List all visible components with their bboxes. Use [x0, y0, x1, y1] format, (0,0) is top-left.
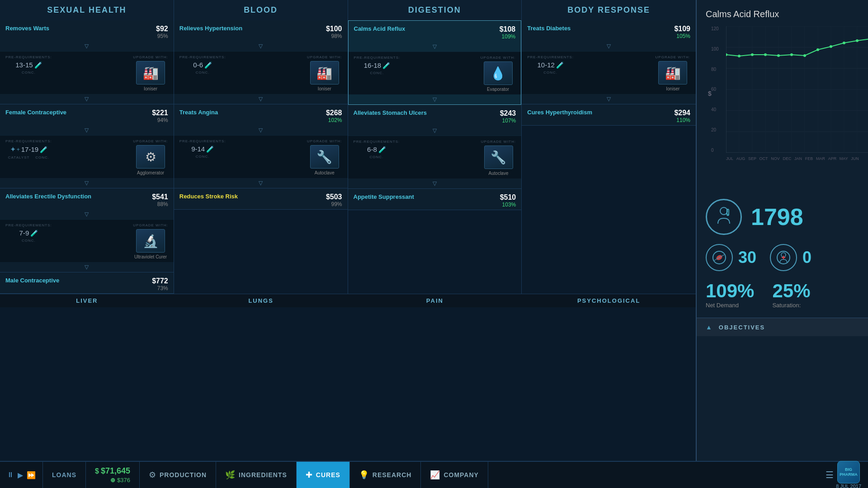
- cure-price-block: $92 95%: [156, 25, 168, 39]
- cure-relieves-hypertension[interactable]: Relieves Hypertension $100 98% ▽ PRE-REQ…: [174, 20, 348, 104]
- chart-area: Calms Acid Reflux $ 120 100 80 60 40 20 …: [697, 0, 868, 190]
- tab-company[interactable]: 📈 COMPANY: [421, 462, 488, 488]
- req-col-upgrade: UPGRADE WITH: 🏭 Ioniser: [133, 55, 168, 91]
- cure-calms-acid-reflux[interactable]: Calms Acid Reflux $108 109% ▽ PRE-REQUIR…: [348, 20, 522, 105]
- machine-box: ⚙: [136, 145, 165, 169]
- machine-name: Agglomerator: [137, 170, 164, 175]
- cure-name: Female Contraceptive: [5, 109, 66, 116]
- cure-percent: 107%: [500, 117, 516, 124]
- svg-point-29: [856, 39, 859, 42]
- cure-stomach-ulcers[interactable]: Alleviates Stomach Ulcers $243 107% ▽ PR…: [348, 105, 522, 189]
- cure-percent: 109%: [500, 33, 516, 40]
- patient-icon-circle: [706, 199, 742, 235]
- svg-point-24: [790, 53, 793, 56]
- req-value: 6-8 🧪: [367, 145, 386, 153]
- conc-label: CONC.: [22, 239, 36, 243]
- cure-treats-diabetes[interactable]: Treats Diabetes $109 105% ▽ PRE-REQUIREM…: [522, 20, 696, 104]
- net-demand-stat: 109% Net Demand: [706, 280, 754, 309]
- cure-percent: 103%: [500, 202, 516, 208]
- fast-forward-button[interactable]: ⏩: [27, 471, 36, 479]
- cure-erectile-dysfunction[interactable]: Alleviates Erectile Dysfunction $541 88%…: [0, 188, 174, 272]
- cure-female-contraceptive[interactable]: Female Contraceptive $221 94% ▽ PRE-REQU…: [0, 104, 174, 188]
- flask-icon: 🧪: [204, 61, 212, 69]
- cure-name: Treats Angina: [179, 109, 218, 116]
- hamburger-menu-icon[interactable]: ☰: [826, 469, 834, 480]
- upgrade-label: UPGRADE WITH:: [307, 55, 342, 59]
- cure-price: $243: [500, 109, 516, 117]
- flask-icon: 🧪: [378, 146, 386, 153]
- leaf-icon: 🌿: [225, 470, 235, 480]
- game-logo-area: BIGPHARMA 8 JUL 2017: [836, 461, 861, 488]
- upgrade-label: UPGRADE WITH:: [133, 223, 168, 227]
- cure-name: Relieves Hypertension: [179, 25, 242, 32]
- saturation-value: 25%: [772, 280, 810, 302]
- tab-ingredients[interactable]: 🌿 INGREDIENTS: [216, 462, 297, 488]
- tab-production[interactable]: ⚙ PRODUCTION: [140, 462, 216, 488]
- loans-label: LOANS: [52, 471, 76, 479]
- req-label: PRE-REQUIREMENTS:: [5, 139, 52, 143]
- arrow-down-2: ▽: [349, 94, 521, 104]
- cure-treats-angina[interactable]: Treats Angina $268 102% ▽ PRE-REQUIREMEN…: [174, 104, 348, 188]
- cure-price: $541: [152, 193, 168, 201]
- machine-name: Autoclave: [489, 171, 509, 176]
- cure-price-block: $294 110%: [674, 109, 690, 123]
- req-col-prereq: PRE-REQUIREMENTS: 7-9 🧪 CONC.: [5, 223, 52, 259]
- req-label: PRE-REQUIREMENTS:: [179, 55, 226, 59]
- loans-button[interactable]: LOANS: [43, 462, 86, 488]
- game-logo: BIGPHARMA: [837, 461, 860, 483]
- main-stat: 1798: [706, 199, 859, 235]
- cure-price-block: $243 107%: [500, 109, 516, 124]
- pre-req-row: PRE-REQUIREMENTS: 7-9 🧪 CONC. UPGRADE WI…: [0, 219, 174, 262]
- chart-icon: 📈: [430, 470, 440, 480]
- tab-research[interactable]: 💡 RESEARCH: [350, 462, 421, 488]
- req-value: 7-9 🧪: [19, 229, 38, 237]
- y-label-0: 0: [711, 148, 719, 153]
- cure-percent: 105%: [674, 33, 690, 39]
- col-header-sexual-health: SEXUAL HEALTH: [0, 0, 174, 20]
- objectives-label: OBJECTIVES: [719, 324, 765, 331]
- cure-percent: 110%: [674, 117, 690, 123]
- cure-hyperthyroidism[interactable]: Cures Hyperthyroidism $294 110%: [522, 104, 696, 126]
- arrow-down: ▽: [348, 126, 522, 136]
- cure-male-contraceptive[interactable]: Male Contraceptive $772 73%: [0, 272, 174, 294]
- play-button[interactable]: ▶: [18, 471, 23, 479]
- logo-text: BIGPHARMA: [840, 467, 858, 477]
- tab-company-label: COMPANY: [443, 471, 479, 479]
- cure-removes-warts[interactable]: Removes Warts $92 95% ▽ PRE-REQUIREMENTS…: [0, 20, 174, 104]
- req-col-upgrade: UPGRADE WITH: ⚙ Agglomerator: [133, 139, 168, 175]
- peek-header-psychological: PSYCHOLOGICAL: [522, 295, 696, 306]
- percent-stats: 109% Net Demand 25% Saturation:: [706, 280, 859, 309]
- objectives-bar[interactable]: ▲ OBJECTIVES: [697, 318, 868, 336]
- stats-area: 1798 30: [697, 190, 868, 318]
- patient-thermometer-icon: [712, 206, 735, 228]
- arrow-down-2: ▽: [0, 94, 174, 104]
- peek-header-pain: PAIN: [348, 295, 522, 306]
- bottom-bar: ⏸ ▶ ⏩ LOANS $ $71,645 ⊕ $376 ⚙ PRODUCTIO…: [0, 461, 868, 488]
- machine-name: Evaporator: [487, 87, 509, 92]
- x-label-nov: NOV: [771, 156, 780, 161]
- req-col-upgrade: UPGRADE WITH: 🏭 Ioniser: [656, 55, 690, 91]
- x-axis-labels: JUL AUG SEP OCT NOV DEC JAN FEB MAR APR …: [726, 155, 859, 161]
- upgrade-label: UPGRADE WITH:: [481, 140, 516, 144]
- y-axis-labels: 120 100 80 60 40 20 0: [711, 26, 719, 153]
- cure-price: $109: [674, 25, 690, 33]
- pause-button[interactable]: ⏸: [7, 471, 14, 479]
- peek-header-liver: LIVER: [0, 295, 174, 306]
- req-col-upgrade: UPGRADE WITH: 🔧 Autoclave: [481, 140, 516, 176]
- cure-percent: 94%: [152, 117, 168, 123]
- currency-symbol: $: [95, 467, 99, 475]
- conc-label: CATALYST CONC.: [8, 155, 49, 160]
- machine-box: 💧: [484, 61, 513, 85]
- req-col-prereq: PRE-REQUIREMENTS: 9-14 🧪 CONC.: [179, 139, 226, 175]
- upgrade-label: UPGRADE WITH:: [133, 55, 168, 59]
- tab-cures[interactable]: ✚ CURES: [297, 462, 350, 488]
- cure-reduces-stroke-risk[interactable]: Reduces Stroke Risk $503 99%: [174, 188, 348, 210]
- grid-scroll[interactable]: Removes Warts $92 95% ▽ PRE-REQUIREMENTS…: [0, 20, 696, 461]
- cure-appetite-suppressant[interactable]: Appetite Suppressant $510 103%: [348, 189, 522, 210]
- req-col-prereq: PRE-REQUIREMENTS: 0-6 🧪 CONC.: [179, 55, 226, 91]
- cure-price-block: $541 88%: [152, 193, 168, 207]
- catalyst-icon: ✦: [10, 145, 16, 154]
- cure-name: Cures Hyperthyroidism: [527, 109, 592, 116]
- req-label: PRE-REQUIREMENTS:: [179, 139, 226, 143]
- flask-icon: 🧪: [30, 230, 38, 237]
